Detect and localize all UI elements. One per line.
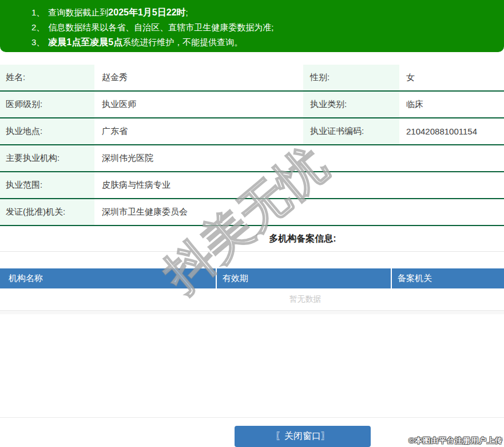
- footer-divider: [0, 417, 504, 418]
- field-value-certificate-number: 210420881001154: [399, 118, 504, 144]
- notice-item-number: 1、: [31, 7, 45, 17]
- field-label-main-institution: 主要执业机构:: [0, 145, 94, 171]
- field-value-doctor-level: 执业医师: [94, 92, 303, 117]
- field-value-name: 赵金秀: [94, 65, 303, 90]
- notice-item-number: 2、: [31, 22, 45, 32]
- field-value-main-institution: 深圳伟光医院: [94, 145, 504, 171]
- column-header-institution-name: 机构名称: [0, 268, 216, 288]
- notice-banner: 1、查询数据截止到2025年1月5日22时; 2、信息数据结果以各省、自治区、直…: [0, 0, 504, 52]
- table-row: 执业范围: 皮肤病与性病专业: [0, 172, 504, 199]
- field-value-gender: 女: [399, 65, 504, 90]
- field-label-issuing-authority: 发证(批准)机关:: [0, 199, 94, 225]
- notice-item-bold-text: 2025年1月5日22时: [108, 7, 185, 17]
- close-window-button[interactable]: 〖关闭窗口〗: [235, 426, 371, 447]
- field-label-certificate-number: 执业证书编码:: [303, 118, 399, 144]
- column-header-validity-period: 有效期: [216, 268, 391, 288]
- field-label-name: 姓名:: [0, 65, 94, 90]
- table-row: 主要执业机构: 深圳伟光医院: [0, 145, 504, 172]
- filing-table-header: 机构名称 有效期 备案机关: [0, 268, 504, 288]
- practitioner-info-table: 姓名: 赵金秀 性别: 女 医师级别: 执业医师 执业类别: 临床 执业地点: …: [0, 65, 504, 226]
- notice-item-text: ;: [186, 7, 188, 17]
- empty-data-placeholder: 暂无数据: [0, 288, 504, 311]
- notice-item-3: 3、凌晨1点至凌晨5点系统进行维护，不能提供查询。: [31, 35, 493, 50]
- notice-item-number: 3、: [31, 37, 45, 47]
- table-row: 医师级别: 执业医师 执业类别: 临床: [0, 92, 504, 118]
- field-label-gender: 性别:: [303, 65, 399, 90]
- credit-watermark: ©本图由平台注册用户上传: [408, 436, 503, 446]
- notice-item-2: 2、信息数据结果以各省、自治区、直辖市卫生健康委数据为准;: [31, 20, 493, 35]
- notice-item-text: 系统进行维护，不能提供查询。: [122, 37, 243, 47]
- filing-section-title: 多机构备案信息:: [0, 234, 504, 243]
- notice-item-text: 查询数据截止到: [48, 7, 108, 17]
- table-row: 执业地点: 广东省 执业证书编码: 210420881001154: [0, 118, 504, 145]
- field-label-practice-scope: 执业范围:: [0, 172, 94, 198]
- section-divider: [0, 251, 504, 252]
- field-label-practice-category: 执业类别:: [303, 92, 399, 117]
- field-label-practice-location: 执业地点:: [0, 118, 94, 144]
- field-value-practice-location: 广东省: [94, 118, 303, 144]
- field-label-doctor-level: 医师级别:: [0, 92, 94, 117]
- field-value-issuing-authority: 深圳市卫生健康委员会: [94, 199, 504, 225]
- field-value-practice-category: 临床: [399, 92, 504, 117]
- notice-item-text: 信息数据结果以各省、自治区、直辖市卫生健康委数据为准;: [48, 22, 273, 32]
- field-value-practice-scope: 皮肤病与性病专业: [94, 172, 504, 198]
- notice-item-bold-text: 凌晨1点至凌晨5点: [48, 37, 122, 47]
- notice-item-1: 1、查询数据截止到2025年1月5日22时;: [31, 5, 493, 20]
- table-footer-strip: [0, 311, 504, 314]
- column-header-filing-authority: 备案机关: [391, 268, 504, 288]
- table-row: 发证(批准)机关: 深圳市卫生健康委员会: [0, 199, 504, 226]
- table-row: 姓名: 赵金秀 性别: 女: [0, 65, 504, 92]
